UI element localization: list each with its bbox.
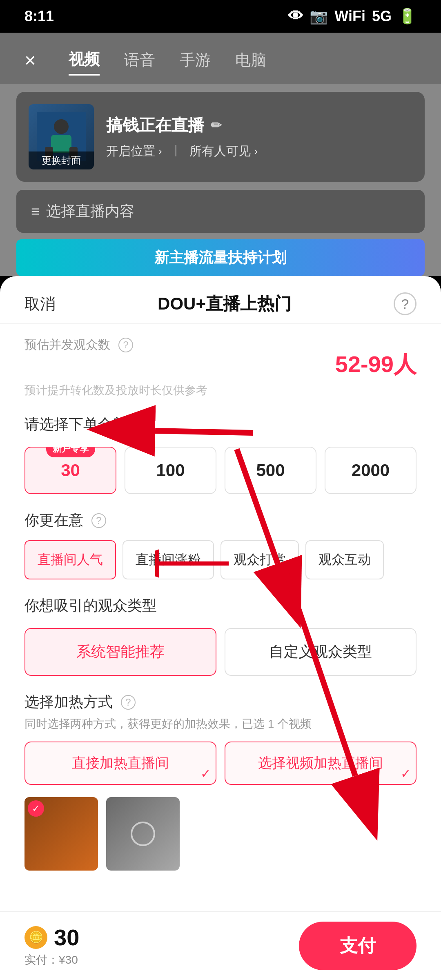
content-label: 选择直播内容	[46, 201, 134, 221]
help-button[interactable]: ?	[394, 292, 416, 315]
heat-title: 选择加热方式 ?	[24, 692, 416, 712]
care-section: 你更在意 ? 直播间人气 直播间涨粉 观众打赏 观众互动	[0, 506, 441, 592]
video-thumb-1[interactable]: ✓	[24, 797, 98, 871]
audience-type-title: 你想吸引的观众类型	[24, 596, 416, 616]
profile-info: 搞钱正在直播 ✏ 开启位置 › | 所有人可见 ›	[106, 114, 412, 160]
price-main: 🪙 30	[24, 924, 79, 951]
amount-card-2000[interactable]: 2000	[325, 447, 416, 494]
visibility-item[interactable]: 所有人可见 ›	[189, 143, 258, 160]
status-icons: 👁 📷 WiFi 5G 🔋	[288, 8, 416, 25]
promo-banner: 新主播流量扶持计划	[16, 239, 425, 276]
heat-info-icon[interactable]: ?	[121, 695, 136, 710]
audience-section: 预估并发观众数 ? 52-99人 预计提升转化数及投放时长仅供参考	[0, 324, 441, 402]
amount-section: 请选择下单金额 新户专享 30 100 500 2000	[0, 402, 441, 506]
audience-type-options: 系统智能推荐 自定义观众类型	[24, 628, 416, 676]
profile-section: 更换封面 搞钱正在直播 ✏ 开启位置 › | 所有人可见 ›	[16, 92, 425, 182]
list-icon: ≡	[31, 203, 40, 220]
price-value: 30	[54, 924, 79, 951]
care-section-wrapper: 你更在意 ? 直播间人气 直播间涨粉 观众打赏 观众互动	[0, 506, 441, 592]
wifi-icon: WiFi	[334, 8, 365, 25]
avatar-container[interactable]: 更换封面	[29, 104, 94, 169]
eye-icon: 👁	[288, 8, 303, 25]
video-thumbnails: ✓	[0, 797, 441, 883]
check-mark-direct: ✓	[200, 766, 211, 781]
audience-info-icon[interactable]: ?	[118, 338, 133, 352]
type-option-smart[interactable]: 系统智能推荐	[24, 628, 216, 676]
top-tabs: × 视频 语音 手游 电脑	[0, 33, 441, 84]
edit-icon[interactable]: ✏	[211, 118, 222, 133]
camera-icon: 📷	[310, 8, 328, 25]
amount-card-30[interactable]: 新户专享 30	[24, 447, 116, 494]
signal-icon: 5G	[372, 8, 392, 25]
close-button[interactable]: ×	[24, 49, 36, 71]
pay-button[interactable]: 支付	[299, 922, 416, 970]
heat-options: 直接加热直播间 ✓ 选择视频加热直播间 ✓	[24, 742, 416, 785]
amount-grid: 新户专享 30 100 500 2000	[24, 447, 416, 494]
main-panel: 取消 DOU+直播上热门 ? 预估并发观众数 ? 52-99人 预计提升转化数及…	[0, 276, 441, 948]
status-bar: 8:11 👁 📷 WiFi 5G 🔋	[0, 0, 441, 33]
cancel-button[interactable]: 取消	[24, 294, 56, 314]
play-indicator	[131, 822, 155, 846]
price-note: 实付：¥30	[24, 952, 79, 968]
price-info: 🪙 30 实付：¥30	[24, 924, 79, 968]
coin-icon: 🪙	[24, 926, 47, 949]
heat-note: 同时选择两种方式，获得更好的加热效果，已选 1 个视频	[24, 716, 416, 732]
audience-type-section: 你想吸引的观众类型 系统智能推荐 自定义观众类型	[0, 592, 441, 688]
video-check-1: ✓	[28, 800, 44, 817]
change-cover-label[interactable]: 更换封面	[29, 151, 94, 169]
amount-card-100[interactable]: 100	[125, 447, 216, 494]
top-nav-area: × 视频 语音 手游 电脑 更换封面 搞钱正在直播 ✏	[0, 33, 441, 276]
care-option-fans[interactable]: 直播间涨粉	[122, 540, 214, 579]
tab-voice[interactable]: 语音	[124, 46, 155, 75]
amount-title: 请选择下单金额	[24, 414, 416, 434]
tab-pc[interactable]: 电脑	[235, 46, 266, 75]
bottom-bar: 🪙 30 实付：¥30 支付	[0, 911, 441, 980]
care-options: 直播间人气 直播间涨粉 观众打赏 观众互动	[24, 540, 416, 579]
heat-section-wrapper: 选择加热方式 ? 同时选择两种方式，获得更好的加热效果，已选 1 个视频 直接加…	[0, 688, 441, 797]
new-user-badge: 新户专享	[46, 447, 95, 457]
heat-option-video[interactable]: 选择视频加热直播间 ✓	[225, 742, 416, 785]
visibility-arrow: ›	[254, 145, 258, 158]
check-mark-video: ✓	[401, 766, 411, 781]
panel-header: 取消 DOU+直播上热门 ?	[0, 276, 441, 324]
audience-note: 预计提升转化数及投放时长仅供参考	[24, 383, 416, 398]
status-time: 8:11	[24, 8, 54, 25]
location-arrow: ›	[158, 145, 162, 158]
care-option-interact[interactable]: 观众互动	[305, 540, 384, 579]
heat-option-direct[interactable]: 直接加热直播间 ✓	[24, 742, 216, 785]
location-item[interactable]: 开启位置 ›	[106, 143, 162, 160]
video-thumb-2[interactable]	[106, 797, 180, 871]
tab-game[interactable]: 手游	[180, 46, 211, 75]
care-title: 你更在意 ?	[24, 510, 416, 530]
battery-icon: 🔋	[398, 8, 416, 25]
svg-point-1	[54, 119, 69, 134]
care-option-reward[interactable]: 观众打赏	[220, 540, 299, 579]
audience-count: 52-99人	[24, 349, 416, 380]
heat-section: 选择加热方式 ? 同时选择两种方式，获得更好的加热效果，已选 1 个视频 直接加…	[0, 688, 441, 797]
panel-title: DOU+直播上热门	[158, 292, 292, 315]
profile-meta: 开启位置 › | 所有人可见 ›	[106, 143, 412, 160]
svg-rect-2	[51, 135, 71, 153]
care-option-popularity[interactable]: 直播间人气	[24, 540, 116, 579]
care-info-icon[interactable]: ?	[91, 513, 106, 528]
type-option-custom[interactable]: 自定义观众类型	[225, 628, 416, 676]
amount-card-500[interactable]: 500	[225, 447, 316, 494]
content-selector[interactable]: ≡ 选择直播内容	[16, 190, 425, 233]
tab-video[interactable]: 视频	[69, 45, 100, 76]
profile-name: 搞钱正在直播 ✏	[106, 114, 412, 136]
